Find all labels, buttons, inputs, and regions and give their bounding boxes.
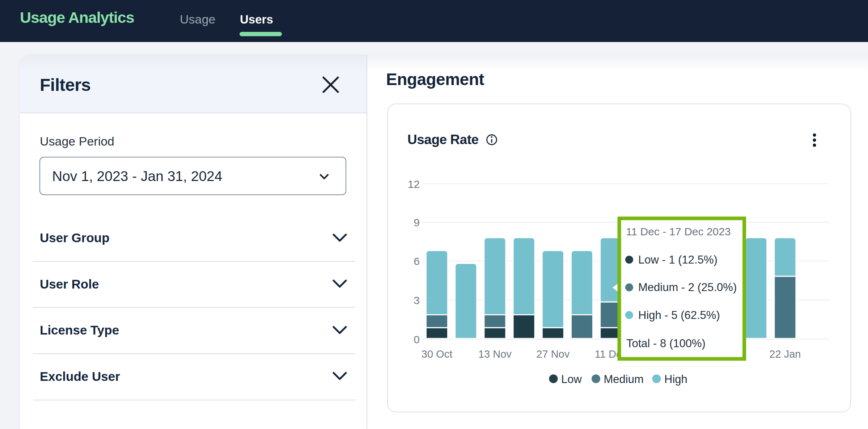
svg-text:Medium - 2 (25.0%): Medium - 2 (25.0%)	[638, 281, 737, 294]
svg-text:12: 12	[408, 178, 420, 190]
svg-text:27 Nov: 27 Nov	[536, 348, 570, 360]
svg-text:11 Dec - 17 Dec 2023: 11 Dec - 17 Dec 2023	[626, 226, 731, 237]
svg-text:13 Nov: 13 Nov	[478, 348, 512, 360]
svg-text:High: High	[664, 373, 687, 386]
svg-text:0: 0	[414, 333, 420, 345]
svg-text:9: 9	[414, 216, 420, 228]
svg-text:Low: Low	[561, 373, 582, 386]
svg-text:Low - 1 (12.5%): Low - 1 (12.5%)	[638, 253, 717, 266]
svg-text:3: 3	[414, 294, 420, 306]
svg-text:6: 6	[414, 255, 420, 267]
svg-text:30 Oct: 30 Oct	[422, 348, 452, 360]
svg-text:High - 5 (62.5%): High - 5 (62.5%)	[638, 309, 720, 321]
svg-text:22 Jan: 22 Jan	[769, 348, 801, 360]
svg-text:Usage Rate: Usage Rate	[407, 132, 479, 147]
svg-text:Total - 8 (100%): Total - 8 (100%)	[626, 337, 706, 350]
svg-text:Medium: Medium	[604, 373, 644, 386]
